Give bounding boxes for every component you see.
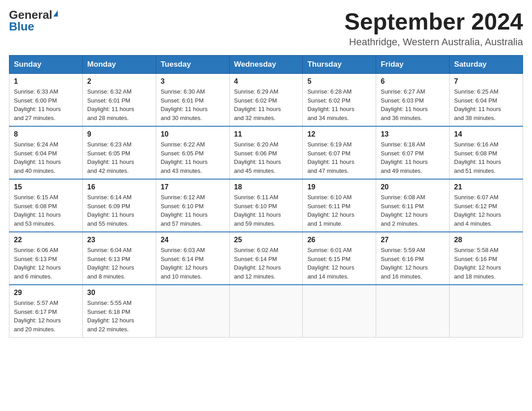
week-row-1: 1Sunrise: 6:33 AM Sunset: 6:00 PM Daylig… xyxy=(9,74,523,127)
day-number: 21 xyxy=(454,183,518,191)
day-cell: 7Sunrise: 6:25 AM Sunset: 6:04 PM Daylig… xyxy=(450,74,523,127)
day-info: Sunrise: 6:18 AM Sunset: 6:07 PM Dayligh… xyxy=(381,140,445,175)
day-number: 2 xyxy=(87,77,151,86)
day-number: 23 xyxy=(87,236,151,244)
day-number: 5 xyxy=(307,77,371,86)
day-number: 12 xyxy=(307,130,371,138)
day-cell xyxy=(229,285,303,338)
day-info: Sunrise: 5:55 AM Sunset: 6:18 PM Dayligh… xyxy=(87,299,151,334)
day-info: Sunrise: 6:16 AM Sunset: 6:08 PM Dayligh… xyxy=(454,140,518,175)
day-cell: 14Sunrise: 6:16 AM Sunset: 6:08 PM Dayli… xyxy=(450,126,523,179)
day-cell: 30Sunrise: 5:55 AM Sunset: 6:18 PM Dayli… xyxy=(82,285,156,338)
col-header-saturday: Saturday xyxy=(450,56,523,74)
day-cell: 22Sunrise: 6:06 AM Sunset: 6:13 PM Dayli… xyxy=(9,232,83,285)
day-number: 26 xyxy=(307,236,371,244)
day-number: 9 xyxy=(87,130,151,138)
day-number: 4 xyxy=(234,77,298,86)
calendar-subtitle: Heathridge, Western Australia, Australia xyxy=(344,36,523,48)
day-number: 14 xyxy=(454,130,518,138)
day-cell: 29Sunrise: 5:57 AM Sunset: 6:17 PM Dayli… xyxy=(9,285,83,338)
day-info: Sunrise: 6:01 AM Sunset: 6:15 PM Dayligh… xyxy=(307,246,371,281)
day-number: 19 xyxy=(307,183,371,191)
day-number: 6 xyxy=(381,77,445,86)
day-cell: 15Sunrise: 6:15 AM Sunset: 6:08 PM Dayli… xyxy=(9,179,83,232)
logo-triangle-icon xyxy=(53,10,58,17)
day-cell: 26Sunrise: 6:01 AM Sunset: 6:15 PM Dayli… xyxy=(303,232,376,285)
day-cell: 27Sunrise: 5:59 AM Sunset: 6:16 PM Dayli… xyxy=(376,232,450,285)
day-info: Sunrise: 6:19 AM Sunset: 6:07 PM Dayligh… xyxy=(307,140,371,175)
day-number: 18 xyxy=(234,183,298,191)
day-info: Sunrise: 5:57 AM Sunset: 6:17 PM Dayligh… xyxy=(14,299,78,334)
day-info: Sunrise: 6:33 AM Sunset: 6:00 PM Dayligh… xyxy=(14,87,78,122)
day-number: 22 xyxy=(14,236,78,244)
day-cell: 24Sunrise: 6:03 AM Sunset: 6:14 PM Dayli… xyxy=(156,232,229,285)
day-info: Sunrise: 6:23 AM Sunset: 6:05 PM Dayligh… xyxy=(87,140,151,175)
week-row-2: 8Sunrise: 6:24 AM Sunset: 6:04 PM Daylig… xyxy=(9,126,523,179)
day-cell: 16Sunrise: 6:14 AM Sunset: 6:09 PM Dayli… xyxy=(82,179,156,232)
day-cell: 9Sunrise: 6:23 AM Sunset: 6:05 PM Daylig… xyxy=(82,126,156,179)
day-info: Sunrise: 6:06 AM Sunset: 6:13 PM Dayligh… xyxy=(14,246,78,281)
day-number: 24 xyxy=(161,236,225,244)
day-number: 7 xyxy=(454,77,518,86)
day-number: 8 xyxy=(14,130,78,138)
day-number: 20 xyxy=(381,183,445,191)
day-info: Sunrise: 6:04 AM Sunset: 6:13 PM Dayligh… xyxy=(87,246,151,281)
col-header-sunday: Sunday xyxy=(9,56,83,74)
day-cell: 8Sunrise: 6:24 AM Sunset: 6:04 PM Daylig… xyxy=(9,126,83,179)
day-cell: 4Sunrise: 6:29 AM Sunset: 6:02 PM Daylig… xyxy=(229,74,303,127)
day-number: 27 xyxy=(381,236,445,244)
day-number: 1 xyxy=(14,77,78,86)
day-info: Sunrise: 6:11 AM Sunset: 6:10 PM Dayligh… xyxy=(234,193,298,228)
day-info: Sunrise: 6:03 AM Sunset: 6:14 PM Dayligh… xyxy=(161,246,225,281)
day-info: Sunrise: 6:25 AM Sunset: 6:04 PM Dayligh… xyxy=(454,87,518,122)
title-area: September 2024 Heathridge, Western Austr… xyxy=(344,9,523,48)
day-info: Sunrise: 6:28 AM Sunset: 6:02 PM Dayligh… xyxy=(307,87,371,122)
day-info: Sunrise: 6:24 AM Sunset: 6:04 PM Dayligh… xyxy=(14,140,78,175)
day-info: Sunrise: 6:32 AM Sunset: 6:01 PM Dayligh… xyxy=(87,87,151,122)
day-cell: 18Sunrise: 6:11 AM Sunset: 6:10 PM Dayli… xyxy=(229,179,303,232)
day-cell: 5Sunrise: 6:28 AM Sunset: 6:02 PM Daylig… xyxy=(303,74,376,127)
day-cell: 10Sunrise: 6:22 AM Sunset: 6:05 PM Dayli… xyxy=(156,126,229,179)
day-number: 30 xyxy=(87,289,151,297)
calendar-title: September 2024 xyxy=(344,9,523,34)
col-header-monday: Monday xyxy=(82,56,156,74)
week-row-3: 15Sunrise: 6:15 AM Sunset: 6:08 PM Dayli… xyxy=(9,179,523,232)
day-info: Sunrise: 6:10 AM Sunset: 6:11 PM Dayligh… xyxy=(307,193,371,228)
day-number: 11 xyxy=(234,130,298,138)
day-info: Sunrise: 6:02 AM Sunset: 6:14 PM Dayligh… xyxy=(234,246,298,281)
col-header-thursday: Thursday xyxy=(303,56,376,74)
day-info: Sunrise: 6:14 AM Sunset: 6:09 PM Dayligh… xyxy=(87,193,151,228)
logo-blue: Blue xyxy=(9,21,34,32)
header: General Blue September 2024 Heathridge, … xyxy=(9,9,523,48)
day-cell: 17Sunrise: 6:12 AM Sunset: 6:10 PM Dayli… xyxy=(156,179,229,232)
day-cell: 6Sunrise: 6:27 AM Sunset: 6:03 PM Daylig… xyxy=(376,74,450,127)
logo-general: General xyxy=(9,9,52,21)
day-info: Sunrise: 6:29 AM Sunset: 6:02 PM Dayligh… xyxy=(234,87,298,122)
day-info: Sunrise: 6:15 AM Sunset: 6:08 PM Dayligh… xyxy=(14,193,78,228)
day-cell: 12Sunrise: 6:19 AM Sunset: 6:07 PM Dayli… xyxy=(303,126,376,179)
day-info: Sunrise: 5:59 AM Sunset: 6:16 PM Dayligh… xyxy=(381,246,445,281)
day-number: 10 xyxy=(161,130,225,138)
day-cell xyxy=(450,285,523,338)
day-info: Sunrise: 5:58 AM Sunset: 6:16 PM Dayligh… xyxy=(454,246,518,281)
day-info: Sunrise: 6:22 AM Sunset: 6:05 PM Dayligh… xyxy=(161,140,225,175)
logo: General Blue xyxy=(9,9,58,32)
day-cell: 19Sunrise: 6:10 AM Sunset: 6:11 PM Dayli… xyxy=(303,179,376,232)
day-number: 16 xyxy=(87,183,151,191)
day-cell: 1Sunrise: 6:33 AM Sunset: 6:00 PM Daylig… xyxy=(9,74,83,127)
day-number: 28 xyxy=(454,236,518,244)
day-cell xyxy=(156,285,229,338)
day-number: 17 xyxy=(161,183,225,191)
day-cell xyxy=(376,285,450,338)
day-cell: 11Sunrise: 6:20 AM Sunset: 6:06 PM Dayli… xyxy=(229,126,303,179)
day-cell: 28Sunrise: 5:58 AM Sunset: 6:16 PM Dayli… xyxy=(450,232,523,285)
calendar-table: SundayMondayTuesdayWednesdayThursdayFrid… xyxy=(9,55,523,338)
day-number: 25 xyxy=(234,236,298,244)
day-number: 3 xyxy=(161,77,225,86)
header-row: SundayMondayTuesdayWednesdayThursdayFrid… xyxy=(9,56,523,74)
day-cell: 25Sunrise: 6:02 AM Sunset: 6:14 PM Dayli… xyxy=(229,232,303,285)
day-info: Sunrise: 6:27 AM Sunset: 6:03 PM Dayligh… xyxy=(381,87,445,122)
day-number: 15 xyxy=(14,183,78,191)
col-header-wednesday: Wednesday xyxy=(229,56,303,74)
day-number: 29 xyxy=(14,289,78,297)
